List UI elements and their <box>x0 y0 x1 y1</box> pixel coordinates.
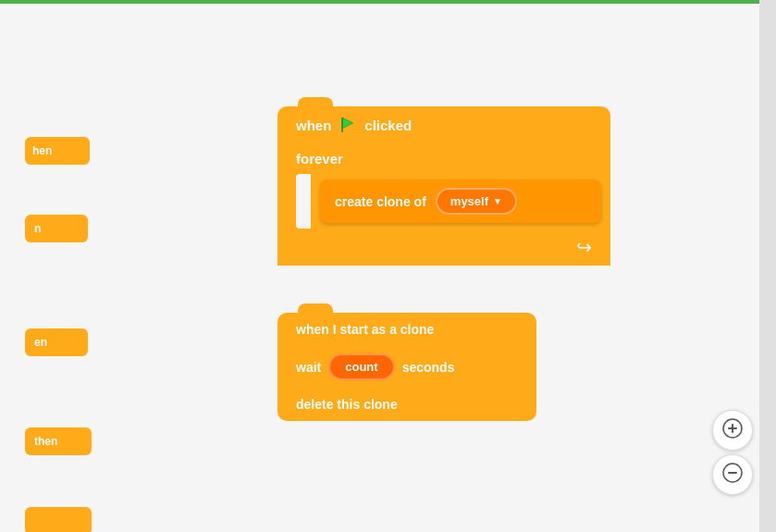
create-clone-label: create clone of <box>335 194 426 209</box>
zoom-in-svg <box>721 417 744 439</box>
left-block-4-label: then <box>34 435 82 448</box>
when-flag-clicked-block[interactable]: when clicked <box>277 106 610 143</box>
count-label: count <box>345 360 377 374</box>
zoom-out-svg <box>721 462 744 484</box>
seconds-label: seconds <box>402 360 455 375</box>
c-indent <box>296 174 311 229</box>
forever-block[interactable]: forever create clone of myself ▼ <box>277 143 610 266</box>
left-block-2[interactable]: n <box>25 215 88 242</box>
flag-icon <box>339 116 357 134</box>
left-block-3[interactable]: en <box>25 328 88 356</box>
left-block-1[interactable]: hen <box>25 137 90 165</box>
when-label: when <box>296 118 331 133</box>
forever-bottom: ↩ <box>277 229 610 266</box>
delete-clone-label: delete this clone <box>296 397 398 412</box>
zoom-controls <box>712 410 753 495</box>
when-clone-label: when I start as a clone <box>296 322 434 337</box>
create-clone-block[interactable]: create clone of myself ▼ <box>320 179 601 223</box>
zoom-out-icon <box>721 462 744 489</box>
forever-label: forever <box>277 143 610 174</box>
wait-block[interactable]: wait count seconds <box>277 346 536 388</box>
svg-marker-0 <box>342 118 353 129</box>
count-input[interactable]: count <box>328 353 394 380</box>
clicked-label: clicked <box>364 118 412 133</box>
zoom-out-button[interactable] <box>712 454 753 495</box>
forever-c-shape: create clone of myself ▼ <box>296 174 610 229</box>
myself-label: myself <box>450 194 488 208</box>
wait-label: wait <box>296 360 321 375</box>
left-block-5[interactable] <box>25 507 92 532</box>
left-block-1-label: hen <box>32 144 52 157</box>
clone-hat-bump <box>298 303 333 315</box>
left-block-4[interactable]: then <box>25 427 92 455</box>
top-border <box>0 0 776 4</box>
block-group-1: when clicked forever create clone of <box>277 106 610 266</box>
scrollbar[interactable] <box>759 0 776 532</box>
canvas: hen n en then when clicked forever <box>0 0 776 532</box>
delete-clone-block[interactable]: delete this clone <box>277 388 536 421</box>
dropdown-arrow-icon: ▼ <box>493 196 502 206</box>
myself-dropdown[interactable]: myself ▼ <box>436 188 517 215</box>
left-block-3-label: en <box>34 336 47 349</box>
c-content: create clone of myself ▼ <box>311 174 610 229</box>
block-group-2: when I start as a clone wait count secon… <box>277 313 536 421</box>
left-block-2-label: n <box>34 222 79 235</box>
hat-bump <box>298 97 333 108</box>
when-clone-block[interactable]: when I start as a clone <box>277 313 536 346</box>
zoom-in-icon <box>721 417 744 444</box>
zoom-in-button[interactable] <box>712 410 753 451</box>
forever-arrow-icon: ↩ <box>576 236 592 258</box>
